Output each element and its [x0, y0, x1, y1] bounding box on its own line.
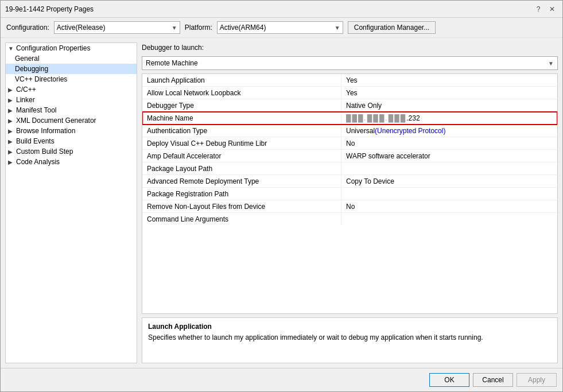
platform-value: Active(ARM64) — [220, 24, 266, 32]
general-label: General — [15, 55, 40, 63]
prop-name-package-reg-path: Package Registration Path — [142, 188, 341, 200]
close-button[interactable]: ✕ — [546, 3, 558, 15]
prop-value-network-loopback[interactable]: Yes — [341, 87, 557, 99]
debugger-dropdown-arrow: ▼ — [548, 60, 554, 67]
build-events-arrow: ▶ — [8, 138, 15, 145]
description-text: Specifies whether to launch my applicati… — [148, 333, 552, 343]
table-row: Allow Local Network Loopback Yes — [142, 87, 557, 99]
debugger-value: Remote Machine — [146, 59, 198, 67]
debugging-label: Debugging — [15, 65, 48, 73]
description-box: Launch Application Specifies whether to … — [142, 317, 558, 363]
prop-value-deploy-runtime[interactable]: No — [341, 137, 557, 149]
sidebar-item-vc-directories[interactable]: VC++ Directories — [6, 74, 137, 84]
prop-name-debugger-type: Debugger Type — [142, 99, 341, 111]
prop-name-deploy-runtime: Deploy Visual C++ Debug Runtime Libr — [142, 137, 341, 149]
prop-value-debugger-type[interactable]: Native Only — [341, 99, 557, 111]
sidebar-item-build-events[interactable]: ▶ Build Events — [6, 136, 137, 146]
config-row: Configuration: Active(Release) ▼ Platfor… — [1, 18, 562, 38]
machine-name-suffix: .232 — [406, 114, 420, 122]
sidebar-item-xml-generator[interactable]: ▶ XML Document Generator — [6, 115, 137, 126]
prop-value-remote-deploy[interactable]: Copy To Device — [341, 175, 557, 187]
sidebar-item-manifest-tool[interactable]: ▶ Manifest Tool — [6, 105, 137, 115]
property-pages-dialog: 19-9e1-1442 Property Pages ? ✕ Configura… — [0, 0, 563, 392]
machine-name-blurred: ███.███.███ — [346, 114, 406, 122]
table-row: Amp Default Accelerator WARP software ac… — [142, 150, 557, 162]
debugger-launch-label: Debugger to launch: — [142, 42, 558, 53]
manifest-label: Manifest Tool — [16, 106, 56, 114]
custom-build-arrow: ▶ — [8, 149, 15, 155]
configuration-label: Configuration: — [6, 24, 49, 32]
prop-name-auth-type: Authentication Type — [142, 125, 341, 137]
help-button[interactable]: ? — [533, 3, 544, 15]
dialog-title: 19-9e1-1442 Property Pages — [5, 5, 94, 13]
platform-dropdown-arrow: ▼ — [335, 25, 340, 31]
sidebar-item-debugging[interactable]: Debugging — [6, 64, 137, 74]
code-analysis-label: Code Analysis — [16, 158, 60, 166]
linker-arrow: ▶ — [8, 97, 15, 103]
prop-value-cmd-args[interactable] — [341, 213, 557, 226]
table-row: Debugger Type Native Only — [142, 99, 557, 112]
platform-label: Platform: — [185, 24, 212, 32]
browse-arrow: ▶ — [8, 128, 15, 134]
prop-value-launch-app[interactable]: Yes — [341, 74, 557, 86]
main-area: ▼ Configuration Properties General Debug… — [1, 38, 562, 368]
prop-name-launch-app: Launch Application — [142, 74, 341, 86]
tree-root[interactable]: ▼ Configuration Properties — [6, 43, 137, 53]
configuration-dropdown[interactable]: Active(Release) ▼ — [54, 21, 180, 34]
title-bar-controls: ? ✕ — [533, 3, 558, 15]
table-row: Advanced Remote Deployment Type Copy To … — [142, 175, 557, 188]
sidebar-item-general[interactable]: General — [6, 53, 137, 64]
sidebar-item-custom-build[interactable]: ▶ Custom Build Step — [6, 146, 137, 157]
prop-value-remove-files[interactable]: No — [341, 200, 557, 212]
table-row: Package Layout Path — [142, 162, 557, 175]
right-panel: Debugger to launch: Remote Machine ▼ Lau… — [142, 42, 558, 363]
sidebar-item-code-analysis[interactable]: ▶ Code Analysis — [6, 157, 137, 167]
prop-value-auth-type[interactable]: Universal (Unencrypted Protocol) — [341, 125, 557, 137]
manifest-arrow: ▶ — [8, 107, 15, 114]
prop-name-package-layout: Package Layout Path — [142, 162, 341, 174]
platform-dropdown[interactable]: Active(ARM64) ▼ — [217, 21, 343, 34]
prop-name-amp-accelerator: Amp Default Accelerator — [142, 150, 341, 162]
prop-name-network-loopback: Allow Local Network Loopback — [142, 87, 341, 99]
table-row: Package Registration Path — [142, 188, 557, 200]
sidebar-item-cpp[interactable]: ▶ C/C++ — [6, 84, 137, 95]
prop-value-amp-accelerator[interactable]: WARP software accelerator — [341, 150, 557, 162]
ok-button[interactable]: OK — [429, 373, 469, 387]
browse-label: Browse Information — [16, 127, 75, 135]
cancel-button[interactable]: Cancel — [473, 373, 513, 387]
sidebar-item-browse-info[interactable]: ▶ Browse Information — [6, 126, 137, 136]
prop-name-remove-files: Remove Non-Layout Files from Device — [142, 200, 341, 212]
apply-button[interactable]: Apply — [517, 373, 557, 387]
left-panel: ▼ Configuration Properties General Debug… — [5, 42, 137, 363]
configuration-manager-button[interactable]: Configuration Manager... — [348, 21, 436, 34]
auth-link[interactable]: (Unencrypted Protocol) — [375, 127, 445, 135]
custom-build-label: Custom Build Step — [16, 148, 73, 156]
xml-label: XML Document Generator — [16, 117, 96, 125]
table-row: Command Line Arguments — [142, 213, 557, 226]
prop-value-machine-name[interactable]: ███.███.███.232 — [341, 112, 557, 124]
debugger-dropdown[interactable]: Remote Machine ▼ — [142, 56, 558, 70]
tree-root-label: Configuration Properties — [16, 44, 90, 52]
table-row: Deploy Visual C++ Debug Runtime Libr No — [142, 137, 557, 150]
code-analysis-arrow: ▶ — [8, 159, 15, 165]
cpp-arrow: ▶ — [8, 87, 15, 93]
vc-directories-label: VC++ Directories — [15, 75, 67, 83]
prop-name-cmd-args: Command Line Arguments — [142, 213, 341, 226]
prop-value-package-reg-path[interactable] — [341, 188, 557, 200]
description-title: Launch Application — [148, 323, 552, 331]
prop-value-package-layout[interactable] — [341, 162, 557, 174]
prop-name-machine-name: Machine Name — [142, 112, 341, 124]
prop-name-remote-deploy: Advanced Remote Deployment Type — [142, 175, 341, 187]
root-arrow: ▼ — [8, 45, 15, 52]
build-events-label: Build Events — [16, 137, 55, 145]
linker-label: Linker — [16, 96, 35, 104]
footer: OK Cancel Apply — [1, 368, 562, 391]
table-row: Authentication Type Universal (Unencrypt… — [142, 125, 557, 137]
sidebar-item-linker[interactable]: ▶ Linker — [6, 95, 137, 105]
table-row: Remove Non-Layout Files from Device No — [142, 200, 557, 213]
properties-table: Launch Application Yes Allow Local Netwo… — [142, 73, 558, 314]
cpp-label: C/C++ — [16, 86, 36, 94]
configuration-value: Active(Release) — [57, 24, 106, 32]
table-row: Launch Application Yes — [142, 74, 557, 87]
configuration-dropdown-arrow: ▼ — [172, 25, 177, 31]
